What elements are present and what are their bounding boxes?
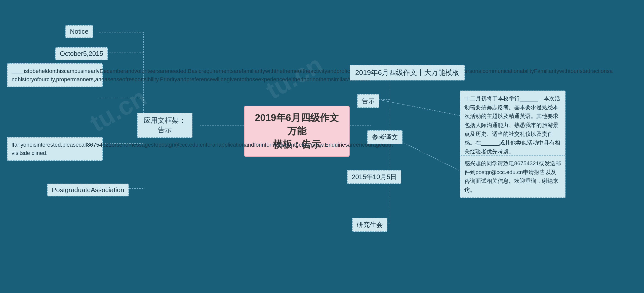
left-contact-text: lfanyoneisinterested,pleasecall86754321o… xyxy=(7,137,103,161)
right-main-label-text: 2019年6月四级作文十大万能模板 xyxy=(355,68,459,77)
left-notice-label: Notice xyxy=(65,25,93,38)
left-main-label: 应用文框架：告示 xyxy=(137,113,192,138)
right-yanjiusheng-text: 研究生会 xyxy=(357,220,383,229)
left-body-content: ____istobeheldonthiscampusinearlyDecembe… xyxy=(12,68,613,82)
left-date-label: October5,2015 xyxy=(55,47,108,60)
right-body-cn-text: 十二月初将于本校举行______，本次活动需要招募志愿者。基本要求是熟悉本次活动… xyxy=(460,91,566,159)
left-date-text: October5,2015 xyxy=(60,50,103,58)
left-postgraduate-label: PostgraduateAssociation xyxy=(47,184,129,196)
right-gaoshi-text: 告示 xyxy=(362,97,375,105)
right-gaoshi-label: 告示 xyxy=(357,94,379,108)
right-date-text: 2015年10月5日 xyxy=(352,173,397,181)
right-body-cn-content: 十二月初将于本校举行______，本次活动需要招募志愿者。基本要求是熟悉本次活动… xyxy=(464,95,560,155)
left-notice-text: Notice xyxy=(70,28,89,35)
central-node: 2019年6月四级作文万能模板：告示 xyxy=(244,106,350,157)
mind-map-canvas: tu.cn tu.cn 2019年6月四级作文万能模板：告示 应用文框架：告示 … xyxy=(0,0,644,293)
left-postgraduate-text: PostgraduateAssociation xyxy=(52,186,124,194)
svg-line-14 xyxy=(377,99,460,116)
svg-line-15 xyxy=(392,137,460,171)
left-body-text: ____istobeheldonthiscampusinearlyDecembe… xyxy=(7,63,103,87)
right-canyifuwen-text: 参考译文 xyxy=(372,133,398,142)
left-main-label-text: 应用文框架：告示 xyxy=(143,116,187,135)
right-yanjiusheng-label: 研究生会 xyxy=(352,218,387,232)
right-contact-cn-content: 感兴趣的同学请致电86754321或发送邮件到postgr@ccc.edu.cn… xyxy=(464,160,561,193)
right-canyifuwen-label: 参考译文 xyxy=(367,130,403,144)
right-contact-cn-text: 感兴趣的同学请致电86754321或发送邮件到postgr@ccc.edu.cn… xyxy=(460,155,566,198)
right-main-label: 2019年6月四级作文十大万能模板 xyxy=(350,65,465,80)
right-date-label: 2015年10月5日 xyxy=(347,170,401,184)
